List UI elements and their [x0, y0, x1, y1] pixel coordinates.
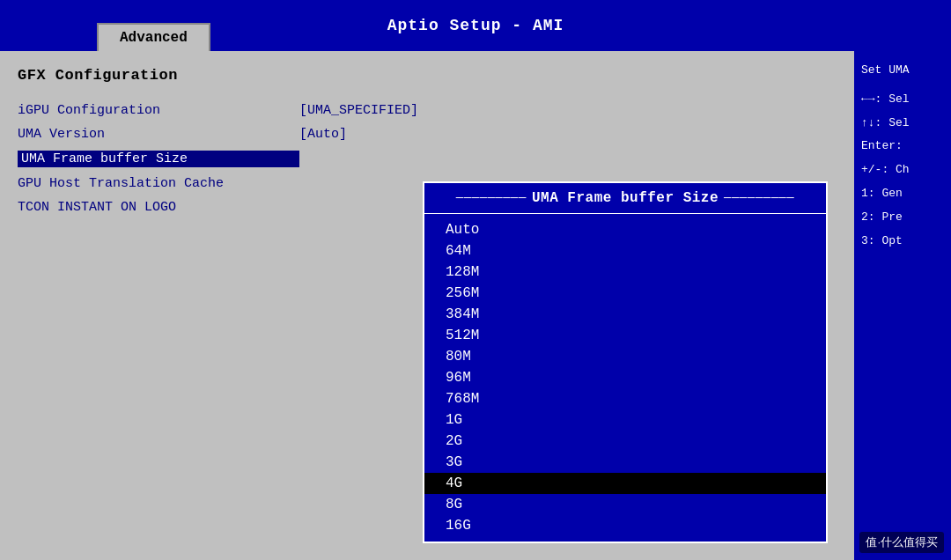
uma-version-label: UMA Version [18, 127, 299, 142]
dropdown-option[interactable]: 4G [424, 473, 826, 494]
igpu-value: [UMA_SPECIFIED] [299, 103, 418, 118]
dropdown-option[interactable]: 384M [424, 304, 826, 325]
dropdown-title: UMA Frame buffer Size [424, 183, 826, 214]
top-bar: Aptio Setup - AMI Advanced [0, 0, 951, 51]
help-line: 2: Pre [861, 209, 944, 227]
help-line: Enter: [861, 137, 944, 156]
tab-advanced[interactable]: Advanced [97, 23, 210, 51]
dropdown-option[interactable]: 64M [424, 240, 826, 262]
help-line: ←→: Sel [861, 91, 944, 109]
config-item-igpu[interactable]: iGPU Configuration [UMA_SPECIFIED] [18, 103, 837, 118]
uma-version-value: [Auto] [299, 127, 347, 142]
dropdown-option[interactable]: 512M [424, 325, 826, 346]
dropdown-option[interactable]: Auto [424, 219, 826, 240]
dropdown-option[interactable]: 80M [424, 346, 826, 367]
gpu-host-label: GPU Host Translation Cache [18, 176, 299, 191]
dropdown-option[interactable]: 16G [424, 515, 826, 536]
help-line: 3: Opt [861, 232, 944, 251]
left-panel: GFX Configuration iGPU Configuration [UM… [0, 51, 854, 560]
config-item-uma-frame[interactable]: UMA Frame buffer Size [18, 151, 837, 167]
dropdown-option[interactable]: 1G [424, 409, 826, 431]
dropdown-option[interactable]: 96M [424, 367, 826, 388]
dropdown-option[interactable]: 3G [424, 452, 826, 473]
dropdown-option[interactable]: 128M [424, 262, 826, 283]
help-line: Set UMA [861, 62, 944, 80]
dropdown-overlay: UMA Frame buffer Size Auto64M128M256M384… [423, 181, 828, 543]
dropdown-option[interactable]: 2G [424, 431, 826, 452]
help-line: +/-: Ch [861, 161, 944, 180]
right-panel: Set UMA←→: Sel↑↓: SelEnter:+/-: Ch1: Gen… [854, 51, 951, 560]
help-line: 1: Gen [861, 185, 944, 203]
help-line: ↑↓: Sel [861, 114, 944, 133]
dropdown-option[interactable]: 8G [424, 494, 826, 515]
section-title: GFX Configuration [18, 67, 837, 84]
config-item-uma-version[interactable]: UMA Version [Auto] [18, 127, 837, 142]
page-title: Aptio Setup - AMI [387, 17, 564, 34]
main-area: GFX Configuration iGPU Configuration [UM… [0, 51, 951, 560]
igpu-label: iGPU Configuration [18, 103, 299, 118]
watermark: 值·什么值得买 [859, 532, 944, 553]
uma-frame-label: UMA Frame buffer Size [18, 151, 299, 167]
tcon-label: TCON INSTANT ON LOGO [18, 200, 299, 215]
dropdown-list[interactable]: Auto64M128M256M384M512M80M96M768M1G2G3G4… [424, 214, 826, 542]
dropdown-option[interactable]: 768M [424, 388, 826, 409]
dropdown-option[interactable]: 256M [424, 283, 826, 304]
